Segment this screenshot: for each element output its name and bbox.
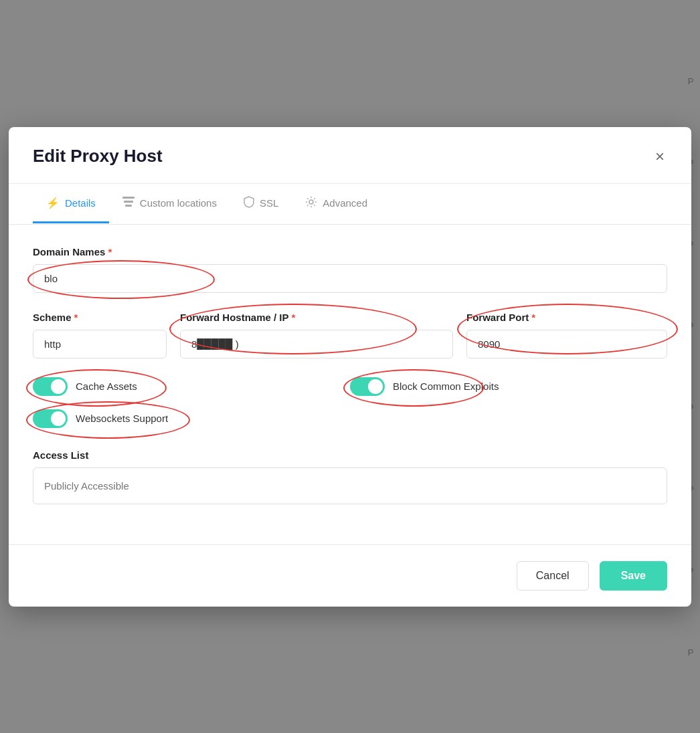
block-exploits-item: Block Common Exploits bbox=[350, 377, 667, 396]
cache-assets-slider bbox=[33, 377, 68, 396]
details-icon: ⚡ bbox=[46, 197, 60, 209]
svg-point-3 bbox=[309, 200, 313, 204]
tab-ssl-label: SSL bbox=[260, 197, 278, 209]
advanced-icon bbox=[305, 196, 317, 211]
forward-hostname-input[interactable] bbox=[180, 330, 453, 358]
modal-overlay: Edit Proxy Host × ⚡ Details bbox=[9, 127, 691, 607]
scheme-label: Scheme * bbox=[33, 312, 167, 323]
tab-advanced-label: Advanced bbox=[323, 197, 367, 209]
tab-advanced[interactable]: Advanced bbox=[292, 184, 381, 225]
right-label-8: P bbox=[681, 647, 700, 657]
tab-ssl[interactable]: SSL bbox=[230, 184, 292, 225]
block-exploits-label: Block Common Exploits bbox=[393, 381, 499, 392]
tab-details[interactable]: ⚡ Details bbox=[33, 185, 109, 223]
scheme-group: Scheme * bbox=[33, 312, 167, 358]
modal-footer: Cancel Save bbox=[9, 544, 691, 607]
cache-assets-wrapper: Cache Assets bbox=[33, 377, 137, 396]
modal-body: Domain Names * Scheme * bbox=[9, 225, 691, 544]
scheme-required: * bbox=[74, 312, 78, 323]
toggles-row-1: Cache Assets Block Common Exploits bbox=[33, 377, 667, 396]
cache-assets-label: Cache Assets bbox=[76, 381, 137, 392]
forward-hostname-group: Forward Hostname / IP * bbox=[180, 312, 453, 358]
cancel-button[interactable]: Cancel bbox=[517, 561, 589, 591]
websockets-wrapper: Websockets Support bbox=[33, 409, 168, 428]
scheme-hostname-port-row: Scheme * Forward Hostname / IP * bbox=[33, 312, 667, 358]
right-label-1: P bbox=[681, 76, 700, 86]
close-button[interactable]: × bbox=[652, 146, 667, 167]
tabs-container: ⚡ Details Custom locations bbox=[9, 184, 691, 225]
edit-proxy-host-modal: Edit Proxy Host × ⚡ Details bbox=[9, 127, 691, 607]
websockets-slider bbox=[33, 409, 68, 428]
block-exploits-slider bbox=[350, 377, 385, 396]
svg-rect-0 bbox=[122, 197, 135, 199]
block-exploits-toggle[interactable] bbox=[350, 377, 385, 396]
tab-details-label: Details bbox=[65, 197, 96, 209]
forward-hostname-label: Forward Hostname / IP * bbox=[180, 312, 453, 323]
modal-header: Edit Proxy Host × bbox=[9, 127, 691, 184]
forward-port-label: Forward Port * bbox=[466, 312, 667, 323]
svg-rect-2 bbox=[125, 205, 132, 207]
forward-port-required: * bbox=[531, 312, 535, 323]
svg-rect-1 bbox=[124, 201, 133, 203]
websockets-item: Websockets Support bbox=[33, 409, 350, 428]
forward-port-input[interactable] bbox=[466, 330, 667, 358]
domain-names-input[interactable] bbox=[33, 264, 667, 293]
access-list-label: Access List bbox=[33, 449, 667, 461]
domain-names-field-wrapper bbox=[33, 264, 667, 293]
custom-locations-icon bbox=[122, 197, 135, 210]
ssl-icon bbox=[244, 196, 254, 211]
cache-assets-item: Cache Assets bbox=[33, 377, 350, 396]
access-list-input[interactable] bbox=[33, 467, 667, 504]
tab-custom-locations-label: Custom locations bbox=[140, 197, 217, 209]
cache-assets-toggle[interactable] bbox=[33, 377, 68, 396]
domain-names-label: Domain Names * bbox=[33, 246, 667, 257]
modal-title: Edit Proxy Host bbox=[33, 146, 163, 167]
block-exploits-wrapper: Block Common Exploits bbox=[350, 377, 499, 396]
save-button[interactable]: Save bbox=[600, 561, 667, 591]
websockets-toggle[interactable] bbox=[33, 409, 68, 428]
toggles-row-2: Websockets Support bbox=[33, 409, 667, 428]
access-list-group: Access List bbox=[33, 449, 667, 504]
domain-names-group: Domain Names * bbox=[33, 246, 667, 293]
forward-port-group: Forward Port * bbox=[466, 312, 667, 358]
domain-names-required: * bbox=[108, 246, 112, 257]
tab-custom-locations[interactable]: Custom locations bbox=[109, 185, 230, 224]
scheme-input[interactable] bbox=[33, 330, 167, 358]
websockets-label: Websockets Support bbox=[76, 413, 168, 424]
forward-hostname-required: * bbox=[292, 312, 296, 323]
